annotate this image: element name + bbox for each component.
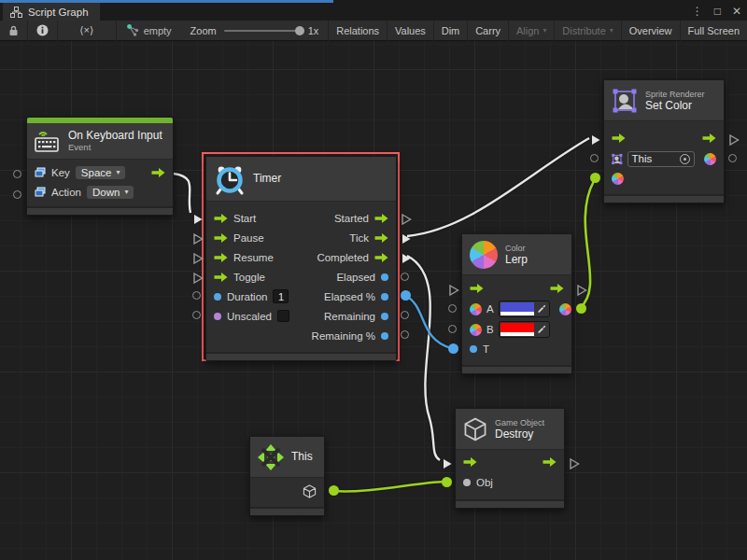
color-port-icon[interactable] — [470, 303, 482, 315]
key-input-port[interactable] — [13, 170, 21, 178]
a-port[interactable] — [448, 304, 457, 313]
flow-in-port[interactable] — [590, 133, 601, 149]
target-port[interactable] — [590, 154, 599, 162]
action-input-port[interactable] — [13, 190, 21, 199]
tick-output-arrow[interactable] — [374, 233, 388, 243]
started-port[interactable] — [401, 212, 412, 229]
elapsed-pct-output-dot[interactable] — [381, 293, 388, 301]
remaining-pct-output-dot[interactable] — [381, 332, 388, 340]
start-input-arrow[interactable] — [214, 214, 228, 223]
remaining-port[interactable] — [401, 311, 409, 319]
node-this[interactable]: This — [249, 436, 325, 516]
dim-button[interactable]: Dim — [434, 21, 468, 41]
remaining-pct-port[interactable] — [401, 330, 409, 339]
resume-input-arrow[interactable] — [214, 253, 228, 262]
duration-input-dot[interactable] — [214, 293, 221, 301]
align-button[interactable]: Align ▾ — [509, 21, 554, 41]
node-set-color[interactable]: Sprite Renderer Set Color This — [603, 79, 725, 203]
fullscreen-button[interactable]: Full Screen — [680, 21, 747, 41]
t-input-dot[interactable] — [470, 345, 477, 353]
flow-out-arrow[interactable] — [550, 284, 564, 293]
flow-out-port[interactable] — [728, 133, 740, 149]
values-button[interactable]: Values — [388, 21, 433, 41]
zoom-label: Zoom — [190, 25, 217, 36]
color-swatch-a[interactable] — [500, 302, 534, 315]
graph-reference[interactable]: empty — [117, 24, 181, 36]
chevron-down-icon: ▾ — [124, 188, 128, 196]
elapsed-port[interactable] — [401, 273, 409, 281]
node-timer[interactable]: Timer Start Started Pause Tick Resume — [205, 156, 397, 361]
start-port[interactable] — [192, 212, 204, 229]
toggle-input-arrow[interactable] — [214, 273, 228, 282]
renderer-out-port[interactable] — [728, 154, 737, 162]
close-icon[interactable]: ✕ — [732, 3, 741, 20]
target-object-field[interactable]: This — [627, 151, 695, 167]
inspector-button[interactable] — [28, 21, 57, 41]
node-destroy[interactable]: Game Object Destroy Obj — [455, 408, 565, 509]
unscaled-checkbox[interactable] — [277, 310, 289, 322]
obj-input-dot[interactable] — [463, 479, 471, 486]
this-output-port[interactable] — [329, 485, 339, 496]
color-port-icon[interactable] — [470, 324, 482, 336]
node-header: This — [250, 437, 324, 478]
flow-in-arrow[interactable] — [470, 284, 484, 293]
t-port[interactable] — [448, 343, 458, 354]
flow-in-arrow[interactable] — [463, 457, 477, 467]
color-in-port[interactable] — [590, 173, 600, 183]
node-title: Set Color — [645, 100, 705, 112]
pause-port[interactable] — [192, 231, 204, 248]
renderer-output-icon[interactable] — [704, 153, 716, 165]
toggle-port[interactable] — [192, 271, 204, 287]
distribute-button[interactable]: Distribute ▾ — [555, 21, 620, 41]
color-field-a[interactable] — [499, 301, 550, 317]
duration-port[interactable] — [192, 291, 201, 300]
zoom-slider-handle[interactable] — [295, 26, 304, 35]
completed-port[interactable] — [401, 251, 412, 268]
flow-out-port[interactable] — [576, 283, 587, 300]
color-input-icon[interactable] — [612, 173, 624, 185]
elapsed-output-dot[interactable] — [381, 273, 388, 281]
sprite-renderer-port-icon[interactable] — [612, 153, 623, 165]
flow-in-port[interactable] — [442, 456, 453, 473]
eyedropper-icon[interactable] — [534, 304, 548, 315]
color-swatch-b[interactable] — [500, 323, 534, 336]
lock-button[interactable] — [0, 21, 27, 41]
pause-input-arrow[interactable] — [214, 233, 228, 243]
maximize-icon[interactable]: □ — [714, 3, 721, 20]
game-object-icon[interactable] — [303, 484, 317, 498]
unscaled-input-dot[interactable] — [214, 313, 221, 320]
started-output-arrow[interactable] — [374, 214, 388, 223]
completed-output-arrow[interactable] — [374, 253, 388, 262]
flow-out-arrow[interactable] — [543, 457, 557, 467]
object-picker-icon[interactable] — [680, 154, 690, 164]
key-dropdown[interactable]: Space ▾ — [76, 166, 126, 179]
flow-out-arrow[interactable] — [702, 133, 716, 143]
trigger-output-arrow[interactable] — [151, 168, 165, 177]
color-output-icon[interactable] — [559, 303, 571, 315]
color-output-port[interactable] — [576, 303, 586, 314]
color-field-b[interactable] — [499, 321, 550, 338]
node-header: On Keyboard Input Event — [27, 123, 173, 160]
flow-out-port[interactable] — [569, 456, 580, 473]
carry-button[interactable]: Carry — [468, 21, 508, 41]
node-on-keyboard-input[interactable]: On Keyboard Input Event Key Space ▾ — [26, 117, 174, 216]
b-port[interactable] — [448, 325, 457, 333]
duration-field[interactable]: 1 — [273, 289, 289, 303]
kebab-menu-icon[interactable]: ⋮ — [692, 3, 703, 20]
elapsed-pct-port[interactable] — [401, 290, 411, 301]
tick-port[interactable] — [401, 231, 412, 248]
node-color-lerp[interactable]: Color Lerp A — [461, 233, 572, 374]
unscaled-port[interactable] — [192, 311, 201, 319]
tab-script-graph[interactable]: Script Graph — [3, 3, 100, 21]
eyedropper-icon[interactable] — [534, 325, 548, 335]
relations-button[interactable]: Relations — [329, 21, 387, 41]
resume-port[interactable] — [192, 251, 204, 268]
action-dropdown[interactable]: Down ▾ — [87, 186, 134, 199]
remaining-output-dot[interactable] — [381, 313, 388, 320]
overview-button[interactable]: Overview — [622, 21, 680, 41]
code-preview-button[interactable]: ⟨×⟩ — [58, 21, 116, 41]
zoom-slider[interactable] — [224, 30, 301, 32]
flow-in-port[interactable] — [448, 283, 459, 300]
flow-in-arrow[interactable] — [612, 133, 626, 143]
obj-port[interactable] — [442, 477, 452, 487]
